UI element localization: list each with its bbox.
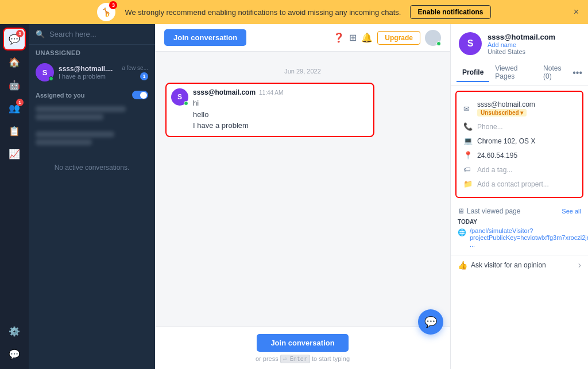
search-input[interactable] — [49, 30, 148, 38]
msg-line-2: hello — [193, 109, 369, 121]
chat-main: Join conversation ❓ ⊞ 🔔 Upgrade Jun 29, … — [155, 24, 450, 369]
footer-hint: or press ⏎ Enter to start typing — [256, 355, 350, 362]
message-header: ssss@hotmail.com 11:44 AM — [193, 88, 369, 96]
message-sender: ssss@hotmail.com — [193, 88, 256, 96]
phone-value[interactable]: Phone... — [477, 123, 503, 131]
notification-bar: 🦒 3 We strongly recommend enabling notif… — [0, 0, 588, 24]
profile-details-section: ✉ ssss@hotmail.com Unsubscribed ▾ 📞 Phon… — [455, 91, 583, 198]
join-conversation-footer-button[interactable]: Join conversation — [257, 334, 348, 352]
notif-app-icon: 🦒 3 — [97, 3, 115, 21]
message-avatar: S — [171, 88, 188, 106]
conv-name: ssss@hotmail.... — [59, 65, 117, 73]
location-icon: 📍 — [463, 151, 473, 160]
visited-page-item: 🌐 /panel/simulateVisitor?projectPublicKe… — [458, 227, 581, 248]
notif-message: We strongly recommend enabling notificat… — [125, 8, 401, 17]
assigned-toggle[interactable] — [132, 91, 148, 99]
sidebar-item-settings[interactable]: ⚙️ — [4, 321, 25, 341]
sidebar-item-chat[interactable]: 💬 3 — [4, 29, 25, 49]
conv-info: ssss@hotmail.... I have a problem — [59, 65, 117, 80]
subscription-badge[interactable]: Unsubscribed ▾ — [477, 109, 527, 116]
bot-icon: 🤖 — [9, 80, 20, 91]
sidebar-item-team[interactable]: 👥 1 — [4, 98, 25, 118]
join-conversation-button[interactable]: Join conversation — [164, 29, 246, 46]
livechat-icon: 💬 — [9, 349, 20, 360]
arrow-right-icon: › — [578, 260, 581, 270]
contact-header: S ssss@hotmail.com Add name United State… — [451, 24, 588, 60]
floating-chat-button[interactable]: 💬 — [418, 309, 443, 335]
thumbs-icon: 👍 — [458, 261, 467, 270]
floating-chat-icon: 💬 — [424, 316, 437, 328]
profile-row-phone: 📞 Phone... — [463, 119, 575, 134]
message-content: ssss@hotmail.com 11:44 AM hi hello I hav… — [193, 88, 369, 131]
sidebar-item-analytics[interactable]: 📈 — [4, 143, 25, 164]
add-name-link[interactable]: Add name — [488, 41, 555, 48]
today-label: TODAY — [458, 219, 581, 225]
close-icon[interactable]: × — [574, 7, 579, 17]
date-divider: Jun 29, 2022 — [167, 68, 439, 75]
profile-row-email: ✉ ssss@hotmail.com Unsubscribed ▾ — [463, 98, 575, 119]
ask-visitor-section[interactable]: 👍 Ask visitor for an opinion › — [451, 255, 588, 275]
ip-value: 24.60.54.195 — [477, 152, 517, 160]
unread-badge: 1 — [140, 72, 148, 80]
assigned-label: Assigned to you — [36, 92, 85, 99]
phone-icon: 📞 — [463, 122, 473, 131]
msg-online-dot — [184, 101, 188, 106]
upgrade-button[interactable]: Upgrade — [377, 31, 420, 45]
analytics-icon: 📈 — [9, 149, 20, 160]
help-icon[interactable]: ❓ — [333, 32, 345, 43]
tab-viewed-pages[interactable]: Viewed Pages — [489, 60, 537, 86]
property-input[interactable]: Add a contact propert... — [477, 180, 549, 188]
contact-info: ssss@hotmail.com Add name United States — [488, 33, 555, 55]
see-all-link[interactable]: See all — [562, 208, 581, 215]
assigned-section-header: Assigned to you — [29, 86, 155, 102]
user-avatar[interactable] — [425, 30, 441, 46]
enable-notifications-button[interactable]: Enable notifications — [410, 5, 490, 19]
conv-time: a few se... — [122, 65, 148, 71]
profile-row-tag: 🏷 Add a tag... — [463, 162, 575, 177]
right-panel: S ssss@hotmail.com Add name United State… — [450, 24, 588, 369]
online-indicator — [49, 76, 53, 81]
sidebar-item-home[interactable]: 🏠 — [4, 52, 25, 72]
message-time: 11:44 AM — [259, 90, 283, 96]
enter-key: ⏎ Enter — [280, 355, 310, 363]
no-active-text: No active conversations. — [29, 152, 155, 183]
tab-notes[interactable]: Notes (0) — [537, 60, 572, 86]
visited-url[interactable]: /panel/simulateVisitor?projectPublicKey=… — [470, 227, 588, 248]
folder-icon: 📁 — [463, 180, 473, 188]
msg-line-1: hi — [193, 98, 369, 109]
message-bubble: S ssss@hotmail.com 11:44 AM hi hello I h… — [167, 84, 373, 136]
tabs-more-icon[interactable]: ••• — [572, 68, 582, 78]
chat-badge: 3 — [16, 30, 24, 37]
browser-value: Chrome 102, OS X — [477, 137, 535, 145]
profile-email-value: ssss@hotmail.com Unsubscribed ▾ — [477, 100, 535, 116]
layout-icon[interactable]: ⊞ — [349, 32, 357, 43]
conversation-list: 🔍 Unassigned S ssss@hotmail.... I have a… — [29, 24, 155, 369]
tab-profile[interactable]: Profile — [457, 64, 489, 82]
msg-line-3: I have a problem — [193, 120, 369, 131]
tag-icon: 🏷 — [463, 165, 473, 174]
header-actions: ❓ ⊞ 🔔 Upgrade — [333, 30, 441, 46]
chat-header: Join conversation ❓ ⊞ 🔔 Upgrade — [155, 24, 450, 52]
user-online-dot — [436, 41, 441, 46]
avatar: S — [36, 63, 54, 81]
bell-icon[interactable]: 🔔 — [361, 32, 373, 43]
reports-icon: 📋 — [9, 126, 20, 137]
profile-row-browser: 💻 Chrome 102, OS X — [463, 134, 575, 148]
settings-icon: ⚙️ — [9, 326, 20, 337]
contact-country: United States — [488, 48, 555, 55]
last-viewed-section: 🖥 Last viewed page See all TODAY 🌐 /pane… — [451, 203, 588, 253]
last-viewed-label: 🖥 Last viewed page — [458, 207, 520, 215]
monitor-icon: 🖥 — [458, 207, 465, 215]
blurred-conversation-2 — [29, 127, 155, 152]
conv-meta: a few se... 1 — [122, 65, 148, 80]
profile-row-ip: 📍 24.60.54.195 — [463, 148, 575, 162]
sidebar: 💬 3 🏠 🤖 👥 1 📋 📈 ⚙️ 💬 — [0, 24, 29, 369]
sidebar-item-reports[interactable]: 📋 — [4, 121, 25, 141]
sidebar-item-livechat[interactable]: 💬 — [4, 344, 25, 364]
conversation-item[interactable]: S ssss@hotmail.... I have a problem a fe… — [29, 59, 155, 86]
chat-body: Jun 29, 2022 S ssss@hotmail.com 11:44 AM… — [155, 52, 450, 327]
page-icon: 🌐 — [458, 228, 466, 236]
message-text: hi hello I have a problem — [193, 98, 369, 131]
sidebar-item-bot[interactable]: 🤖 — [4, 75, 25, 95]
tag-input[interactable]: Add a tag... — [477, 166, 512, 174]
